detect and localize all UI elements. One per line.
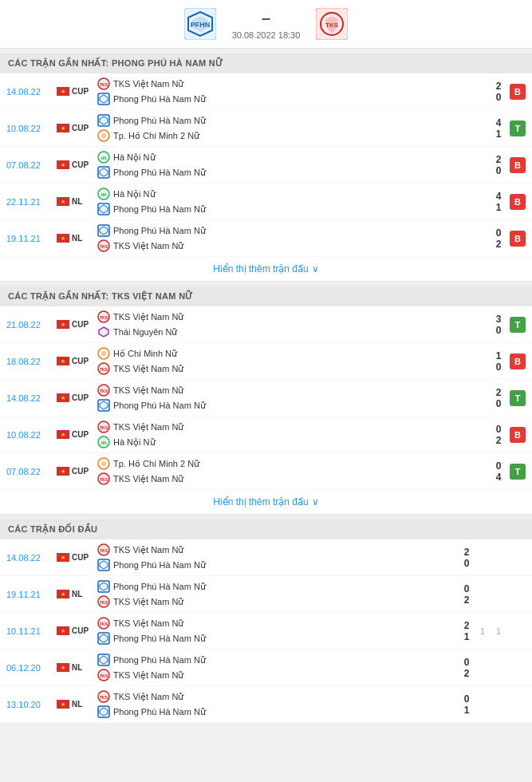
team2-icon: TKS — [97, 595, 110, 608]
teams-col: TKS TKS Việt Nam Nữ Phong Phú Hà Nam Nữ — [97, 689, 459, 719]
competition-label: CUP — [72, 357, 97, 365]
score-away: 2 — [459, 668, 475, 679]
match-row: 10.11.21 CUP TKS TKS Việt Nam Nữ Phong P… — [0, 613, 532, 650]
match-row: 13.10.20 NL TKS TKS Việt Nam Nữ Phong Ph… — [0, 686, 532, 723]
team1-row: TKS TKS Việt Nam Nữ — [97, 689, 459, 704]
team2-icon — [97, 93, 110, 105]
team1-icon: TKS — [97, 384, 110, 397]
match-date: 14.08.22 — [6, 87, 54, 97]
team1-row: TKS TKS Việt Nam Nữ — [97, 420, 491, 434]
svg-text:TKS: TKS — [100, 367, 108, 372]
team1-name: Hồ Chí Minh Nữ — [113, 349, 491, 359]
svg-text:HN: HN — [100, 192, 107, 197]
team2-row: HN Hà Nội Nữ — [97, 435, 491, 449]
svg-text:TKS: TKS — [100, 389, 108, 393]
team1-icon — [97, 654, 110, 666]
team1-icon: TKS — [97, 690, 110, 703]
match-date: 14.08.22 — [6, 553, 54, 563]
score-home: 1 — [491, 350, 506, 361]
score-away: 4 — [491, 472, 506, 483]
match-row: 14.08.22 CUP TKS TKS Việt Nam Nữ Phong P… — [0, 539, 532, 576]
extra-score-2: 1 — [491, 626, 506, 636]
vn-flag — [57, 553, 69, 562]
team1-name: Phong Phú Hà Nam Nữ — [113, 582, 459, 592]
match-group: 22.11.21 NL HN Hà Nội Nữ Phong Phú Hà Na… — [0, 184, 532, 220]
score-away: 0 — [491, 325, 506, 336]
team2-icon: TKS — [97, 472, 110, 485]
team2-name: TKS Việt Nam Nữ — [113, 364, 491, 374]
team2-icon — [97, 166, 110, 179]
match-group: 13.10.20 NL TKS TKS Việt Nam Nữ Phong Ph… — [0, 686, 532, 723]
flag-col — [54, 320, 72, 329]
svg-point-43 — [101, 461, 106, 466]
score-home: 0 — [491, 227, 506, 239]
match-group: 19.11.21 NL Phong Phú Hà Nam Nữ TKS TKS … — [0, 220, 532, 257]
team2-name: Phong Phú Hà Nam Nữ — [113, 94, 491, 105]
team2-row: TKS TKS Việt Nam Nữ — [97, 472, 491, 486]
vn-flag — [57, 124, 69, 132]
section1-show-more[interactable]: Hiển thị thêm trận đấu ∨ — [0, 257, 532, 282]
team1-name: TKS Việt Nam Nữ — [113, 422, 491, 432]
flag-col — [54, 590, 72, 598]
teams-col: TKS TKS Việt Nam Nữ Phong Phú Hà Nam Nữ — [97, 383, 491, 413]
team2-name: Phong Phú Hà Nam Nữ — [113, 634, 459, 644]
team1-row: TKS TKS Việt Nam Nữ — [97, 310, 491, 324]
score-away: 0 — [491, 361, 506, 373]
team2-icon — [97, 632, 110, 645]
team1-row: Phong Phú Hà Nam Nữ — [97, 223, 491, 238]
team2-icon: TKS — [97, 239, 110, 252]
flag-col — [54, 626, 72, 635]
team1-icon — [97, 457, 110, 470]
match-date: 10.11.21 — [6, 626, 54, 636]
vn-flag — [57, 626, 69, 635]
chevron-down-icon: ∨ — [312, 263, 319, 274]
team2-name: TKS Việt Nam Nữ — [113, 670, 459, 681]
vn-flag — [57, 663, 69, 672]
team1-row: TKS TKS Việt Nam Nữ — [97, 383, 491, 397]
team1-icon — [97, 114, 110, 127]
competition-label: CUP — [72, 160, 97, 169]
flag-col — [54, 124, 72, 132]
teams-col: TKS TKS Việt Nam Nữ Phong Phú Hà Nam Nữ — [97, 543, 459, 572]
svg-text:PFHN: PFHN — [190, 21, 210, 29]
team1-icon: HN — [97, 188, 110, 200]
team2-icon — [97, 705, 110, 718]
section3-header: CÁC TRẬN ĐỐI ĐẦU — [0, 519, 532, 539]
match-group: 14.08.22 CUP TKS TKS Việt Nam Nữ Phong P… — [0, 539, 532, 576]
team2-row: TKS TKS Việt Nam Nữ — [97, 361, 491, 376]
score-home: 0 — [459, 657, 475, 668]
vn-flag — [57, 700, 69, 709]
team2-row: Phong Phú Hà Nam Nữ — [97, 398, 491, 413]
match-group: 18.08.22 CUP Hồ Chí Minh Nữ TKS TKS Việt… — [0, 343, 532, 380]
score-away: 0 — [491, 398, 506, 409]
team2-icon — [97, 129, 110, 142]
match-row: 22.11.21 NL HN Hà Nội Nữ Phong Phú Hà Na… — [0, 184, 532, 220]
flag-col — [54, 87, 72, 96]
competition-label: CUP — [72, 430, 97, 439]
flag-col — [54, 160, 72, 169]
team1-row: TKS TKS Việt Nam Nữ — [97, 616, 459, 630]
score-home: 2 — [491, 154, 506, 165]
svg-text:TKS: TKS — [100, 622, 108, 626]
team1-icon — [97, 224, 110, 237]
section2-show-more[interactable]: Hiển thị thêm trận đấu ∨ — [0, 490, 532, 515]
score-home: 2 — [491, 387, 506, 398]
score-home: 0 — [491, 460, 506, 472]
flag-col — [54, 430, 72, 439]
flag-col — [54, 393, 72, 402]
match-row: 10.08.22 CUP Phong Phú Hà Nam Nữ Tp. Hồ … — [0, 110, 532, 147]
teams-col: HN Hà Nội Nữ Phong Phú Hà Nam Nữ — [97, 150, 491, 180]
match-date: 14.08.22 — [6, 393, 54, 403]
competition-label: CUP — [72, 124, 97, 132]
vn-flag — [57, 160, 69, 169]
flag-col — [54, 663, 72, 672]
team1-name: Hà Nội Nữ — [113, 152, 491, 163]
team2-icon — [97, 399, 110, 412]
match-group: 10.11.21 CUP TKS TKS Việt Nam Nữ Phong P… — [0, 613, 532, 650]
team2-row: Tp. Hồ Chí Minh 2 Nữ — [97, 128, 491, 143]
match-header: PFHN – 30.08.2022 18:30 TKS — [0, 0, 532, 49]
team2-icon: TKS — [97, 669, 110, 681]
competition-label: NL — [72, 700, 97, 709]
match-date: 18.08.22 — [6, 357, 54, 366]
team1-row: TKS TKS Việt Nam Nữ — [97, 77, 491, 91]
